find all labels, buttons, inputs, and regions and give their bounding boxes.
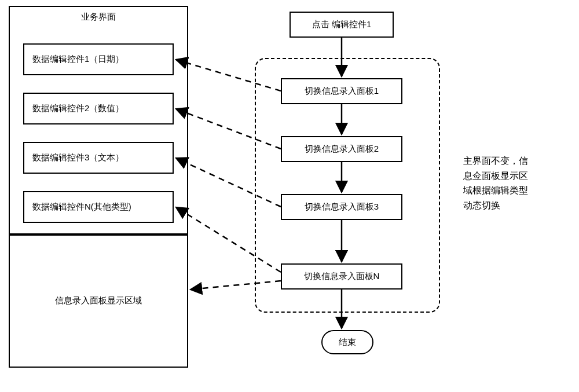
control-3: 数据编辑控件3（文本） [23, 142, 174, 174]
flow-step-2: 切换信息录入面板2 [281, 136, 402, 162]
flow-step-n: 切换信息录入面板N [281, 263, 402, 290]
control-2: 数据编辑控件2（数值） [23, 93, 174, 124]
business-interface-title: 业务界面 [64, 12, 133, 23]
flow-end: 结束 [321, 330, 373, 354]
annotation-line-2: 息佥面板显示区 [463, 168, 528, 184]
flow-step-3: 切换信息录入面板3 [281, 194, 402, 220]
annotation-text: 主界面不变，信 息佥面板显示区 域根据编辑类型 动态切换 [463, 153, 528, 213]
control-1: 数据编辑控件1（日期） [23, 43, 174, 75]
annotation-line-4: 动态切换 [463, 198, 528, 213]
annotation-line-3: 域根据编辑类型 [463, 183, 528, 198]
flow-step-1: 切换信息录入面板1 [281, 78, 402, 104]
annotation-line-1: 主界面不变，信 [463, 153, 528, 168]
control-n: 数据编辑控件N(其他类型) [23, 191, 174, 223]
flow-start: 点击 编辑控件1 [290, 12, 394, 38]
display-area-label: 信息录入面板显示区域 [49, 295, 148, 306]
